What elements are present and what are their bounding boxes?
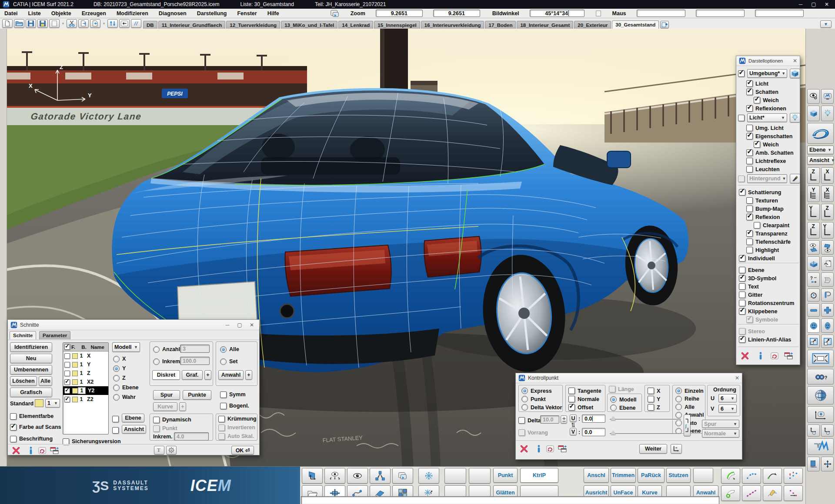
axis-x-checkbox[interactable]: X	[648, 388, 660, 394]
uv-swap-icon[interactable]	[570, 422, 577, 428]
dir-ebene-radio[interactable]	[113, 385, 120, 391]
grab-page-icon[interactable]	[821, 256, 834, 271]
standard-layer-dropdown[interactable]: 1▼	[45, 399, 60, 408]
offset-checkbox[interactable]: Offset	[568, 404, 593, 411]
axis-cam-1-icon[interactable]	[807, 424, 820, 437]
symm-checkbox[interactable]: Symm	[220, 391, 246, 398]
schnitte-titlebar[interactable]: Schnitte ─ ▢ ✕	[8, 320, 259, 330]
smiley-persp-icon[interactable]	[821, 318, 834, 333]
laenge-checkbox-box[interactable]	[609, 386, 615, 392]
arrow-curve-icon[interactable]	[763, 468, 782, 484]
beschriftung-checkbox[interactable]: Beschriftung	[10, 435, 53, 442]
standard-color-swatch[interactable]	[35, 399, 43, 407]
v-value-field[interactable]: 0.0	[582, 428, 605, 436]
option-symbole[interactable]: Symbole	[746, 316, 778, 323]
checkbox-bump-map[interactable]	[746, 206, 753, 212]
tab-11-interieur-grundflaech[interactable]: 11_Interieur_Grundflaech	[158, 21, 226, 29]
ansicht-apply-checkbox-box[interactable]	[112, 427, 119, 434]
tangente-checkbox-box[interactable]	[568, 388, 575, 394]
checkbox-gitter[interactable]	[739, 292, 745, 298]
folder-copy-icon[interactable]	[392, 468, 413, 484]
option-weich[interactable]: Weich	[754, 141, 779, 148]
dir-wahr-radio[interactable]	[113, 394, 120, 401]
row-check-y2[interactable]	[64, 388, 70, 394]
rail-dropdown-ebene[interactable]: Ebene▼	[807, 146, 834, 154]
checkbox-rotationszentrum[interactable]	[739, 300, 745, 306]
ref-ebene[interactable]: Ebene	[610, 405, 636, 411]
checkbox-3d-symbol[interactable]	[739, 275, 745, 282]
dir-x-radio[interactable]	[113, 356, 120, 362]
axis-y-floor2-icon[interactable]: Y	[821, 222, 834, 239]
dynamisch-checkbox[interactable]: Dynamisch	[153, 416, 191, 423]
row-check-y[interactable]	[64, 362, 70, 368]
scope-auto-radio[interactable]	[675, 420, 682, 426]
mode-delta-vektor-radio[interactable]	[521, 404, 528, 411]
icem-wm-icon[interactable]	[807, 438, 834, 455]
checkbox-linien-anti-alias[interactable]	[739, 336, 745, 343]
spur-dropdown[interactable]: Spur▼	[702, 420, 739, 428]
tab-20-exterieur[interactable]: 20_Exterieur	[574, 21, 611, 29]
row-check-x[interactable]	[64, 353, 70, 359]
function-button-par-ck[interactable]: PaRück	[638, 468, 665, 483]
maus-field-1[interactable]	[637, 10, 685, 17]
row-check-z2[interactable]	[64, 397, 70, 402]
scope-alle[interactable]: Alle	[220, 346, 239, 353]
checkbox-weich[interactable]	[754, 141, 760, 148]
swoosh-icon[interactable]	[807, 123, 834, 144]
mode-punkt[interactable]: Punkt	[521, 396, 546, 402]
kontrollpunkt-close-icon[interactable]: ✕	[735, 375, 739, 381]
spur-button[interactable]: Spur	[153, 390, 180, 400]
inkrem-radio-radio[interactable]	[153, 358, 160, 365]
delta-checkbox[interactable]: Delta	[518, 417, 541, 424]
settings-gear-button[interactable]	[166, 446, 177, 454]
schnitte-minimize-icon[interactable]: ─	[223, 322, 232, 328]
option-clearpaint[interactable]: Clearpaint	[754, 222, 789, 229]
mode-punkt-radio[interactable]	[521, 396, 528, 402]
angle-copy-icon[interactable]	[595, 10, 602, 17]
zoom-box-in-icon[interactable]	[821, 335, 834, 348]
axis-y-checkbox-box[interactable]	[648, 396, 654, 402]
dir-y[interactable]: Y	[113, 365, 126, 372]
tab-30-gesamtstand[interactable]: 30_Gesamtstand	[612, 20, 659, 29]
tab-14-lenkrad[interactable]: 14_Lenkrad	[338, 21, 373, 29]
kurve-button[interactable]: Kurve	[153, 402, 177, 411]
ansicht-button[interactable]: Ansicht	[122, 425, 146, 434]
scope-reihe[interactable]: Reihe	[675, 396, 699, 402]
darstelloptionen-titlebar[interactable]: Darstelloptionen ✕	[736, 56, 800, 66]
checkbox-lichtreflexe[interactable]	[746, 158, 753, 164]
ref-modell-radio[interactable]	[610, 396, 617, 403]
tangente-checkbox[interactable]: Tangente	[568, 388, 601, 394]
add-tab-button[interactable]	[660, 21, 669, 28]
axis-x-checkbox-box[interactable]	[648, 388, 654, 394]
option-3d-symbol[interactable]: 3D-Symbol	[739, 275, 776, 282]
dynamisch-checkbox-box[interactable]	[153, 417, 160, 423]
anzahl-field[interactable]: 3	[180, 345, 210, 353]
sync-icon[interactable]	[107, 19, 118, 28]
cube-icon[interactable]	[807, 106, 820, 121]
binoculars-search-icon[interactable]: ?	[807, 369, 834, 385]
alle-button[interactable]: Alle	[39, 376, 52, 386]
function-button-punkt[interactable]: Punkt	[493, 468, 518, 483]
tab-16-interieurverkleidung[interactable]: 16_Interieurverkleidung	[421, 21, 484, 29]
option-eigenschatten[interactable]: Eigenschatten	[746, 133, 792, 140]
checkbox-text[interactable]	[739, 283, 745, 290]
invertieren-checkbox[interactable]: Invertieren	[218, 424, 255, 431]
plane-axes-icon[interactable]	[302, 468, 323, 484]
elementfarbe-checkbox-box[interactable]	[10, 413, 17, 420]
schnitte-table[interactable]: F.B.Name1X1Y1Z1X21Y21Z2	[63, 342, 109, 434]
dropdown-hintergrund[interactable]: Hintergrund▼	[747, 174, 787, 183]
auto-skal-checkbox-box[interactable]	[218, 433, 225, 440]
grafisch-button[interactable]: Grafisch	[10, 388, 52, 397]
ebene-apply-checkbox-box[interactable]	[112, 416, 119, 422]
darstelloptionen-close-icon[interactable]: ✕	[793, 58, 797, 64]
option-gitter[interactable]: Gitter	[739, 291, 762, 298]
rail-dropdown-ansicht[interactable]: Ansicht▼	[807, 156, 834, 165]
mode-delta-vektor[interactable]: Delta Vektor	[521, 404, 562, 411]
close-button[interactable]: ✕	[822, 1, 832, 7]
umbenennen-button[interactable]: Umbenennen	[10, 365, 52, 375]
checkbox-clearpaint[interactable]	[754, 222, 760, 229]
uv-axis-button[interactable]: uv	[671, 444, 682, 454]
scope-alle[interactable]: Alle	[675, 404, 695, 410]
zoom-y-field[interactable]: 9.2651	[433, 10, 480, 17]
scope-einzeln[interactable]: Einzeln	[675, 388, 704, 394]
